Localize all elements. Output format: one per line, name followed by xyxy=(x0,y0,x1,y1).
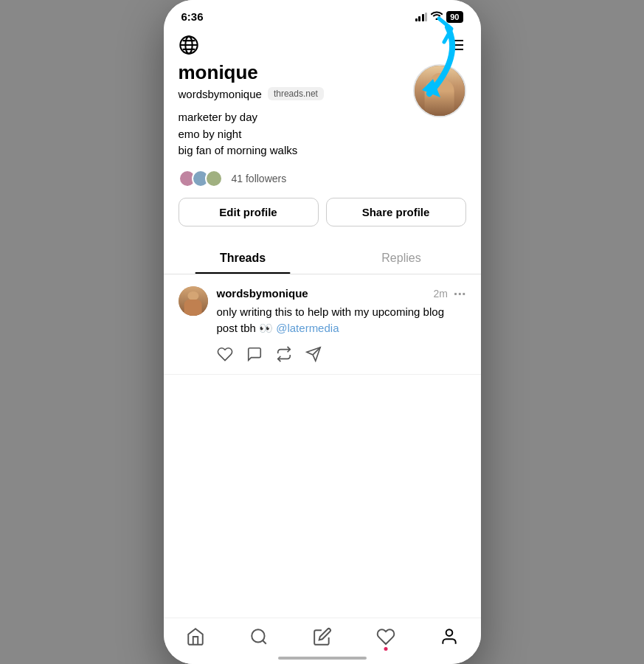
followers-count: 41 followers xyxy=(232,173,287,184)
battery-icon: 90 xyxy=(446,11,463,23)
profile-section: monique wordsbymonique threads.net marke… xyxy=(164,61,481,238)
signal-icon xyxy=(415,13,428,21)
nav-compose[interactable] xyxy=(313,627,332,646)
tab-threads[interactable]: Threads xyxy=(164,241,322,274)
wifi-icon xyxy=(431,11,443,22)
post-meta: 2m ··· xyxy=(433,286,465,301)
threads-badge: threads.net xyxy=(268,87,324,100)
menu-icon[interactable] xyxy=(449,36,466,57)
status-icons: 90 xyxy=(415,11,463,23)
nav-activity[interactable] xyxy=(376,627,395,646)
follower-avatars xyxy=(179,170,218,187)
tabs-bar: Threads Replies xyxy=(164,241,481,274)
followers-row: 41 followers xyxy=(179,170,466,187)
home-indicator xyxy=(278,657,367,660)
share-button[interactable] xyxy=(305,346,322,362)
status-bar: 6:36 90 xyxy=(164,0,481,29)
status-time: 6:36 xyxy=(181,10,204,23)
post-content: wordsbymonique 2m ··· only writing this … xyxy=(217,286,466,362)
repost-button[interactable] xyxy=(276,346,292,362)
globe-icon[interactable] xyxy=(179,35,199,58)
share-profile-button[interactable]: Share profile xyxy=(326,198,466,226)
post-header: wordsbymonique 2m ··· xyxy=(217,286,466,301)
profile-bio: marketer by day emo by night big fan of … xyxy=(179,109,406,159)
thread-post: wordsbymonique 2m ··· only writing this … xyxy=(164,274,481,375)
top-bar xyxy=(164,29,481,61)
svg-line-10 xyxy=(263,640,266,644)
like-button[interactable] xyxy=(217,346,233,362)
mention-link[interactable]: @latermedia xyxy=(276,322,339,334)
nav-profile[interactable] xyxy=(440,627,459,646)
comment-button[interactable] xyxy=(246,346,263,362)
nav-search[interactable] xyxy=(249,627,269,646)
profile-handle: wordsbymonique xyxy=(179,88,262,100)
nav-home[interactable] xyxy=(186,627,205,646)
post-text: only writing this to help with my upcomi… xyxy=(217,304,466,337)
post-actions xyxy=(217,346,466,362)
svg-point-11 xyxy=(446,629,452,636)
edit-profile-button[interactable]: Edit profile xyxy=(179,198,319,226)
profile-handle-row: wordsbymonique threads.net xyxy=(179,87,406,100)
post-avatar xyxy=(179,286,208,316)
follower-avatar-3 xyxy=(205,170,223,187)
post-username: wordsbymonique xyxy=(217,287,308,300)
avatar xyxy=(413,64,466,117)
post-more-button[interactable]: ··· xyxy=(454,286,466,301)
profile-name: monique xyxy=(179,61,406,84)
profile-info: monique wordsbymonique threads.net marke… xyxy=(179,61,406,170)
activity-dot xyxy=(384,647,387,651)
tab-replies[interactable]: Replies xyxy=(322,241,481,274)
svg-point-9 xyxy=(252,629,264,642)
post-time: 2m xyxy=(433,288,447,300)
profile-buttons: Edit profile Share profile xyxy=(179,198,466,226)
